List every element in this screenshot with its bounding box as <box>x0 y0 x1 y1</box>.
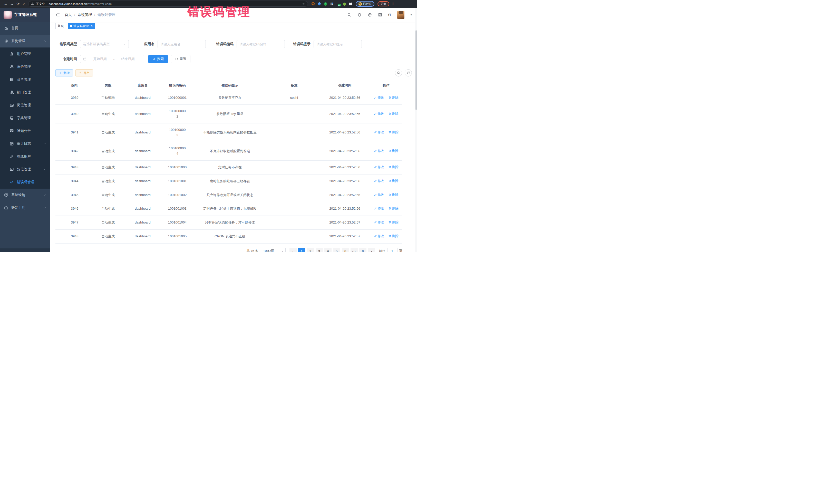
scrollbar-thumb[interactable] <box>415 30 417 110</box>
sidebar-fold-icon[interactable] <box>56 13 60 17</box>
page-button[interactable]: 2 <box>307 248 314 252</box>
sidebar-item-menus[interactable]: 菜单管理 <box>0 73 50 86</box>
sidebar-item-notices[interactable]: 通知公告 <box>0 125 50 137</box>
goto-page-input[interactable] <box>387 248 397 252</box>
sidebar-item-roles[interactable]: 角色管理 <box>0 60 50 73</box>
page-button[interactable]: 4 <box>324 248 332 252</box>
sidebar-item-error-code[interactable]: 错误码管理 <box>0 176 50 189</box>
page-button[interactable]: 3 <box>316 248 323 252</box>
error-code-input[interactable] <box>239 42 282 46</box>
tag-home[interactable]: 首页 <box>56 23 66 29</box>
sidebar-collapse-strip[interactable] <box>0 248 50 252</box>
extension-icon[interactable] <box>311 2 314 5</box>
delete-link[interactable]: 删除 <box>388 178 398 183</box>
search-button[interactable]: 搜索 <box>148 55 168 63</box>
back-icon[interactable]: ← <box>3 0 9 8</box>
close-icon[interactable]: × <box>91 24 93 28</box>
delete-link[interactable]: 删除 <box>388 192 398 197</box>
dashboard-icon <box>4 26 8 30</box>
reload-icon[interactable]: ⟳ <box>15 0 21 8</box>
sidebar-item-online-users[interactable]: 在线用户 <box>0 150 50 163</box>
app-logo[interactable]: 芋道管理系统 <box>0 8 50 22</box>
profile-paused-chip[interactable]: 已暂停 <box>356 1 374 7</box>
edit-link[interactable]: 修改 <box>374 220 384 225</box>
sidebar-item-sms[interactable]: 短信管理 <box>0 163 50 176</box>
delete-link[interactable]: 删除 <box>388 95 398 100</box>
column-header: 类型 <box>94 80 122 91</box>
edit-link[interactable]: 修改 <box>374 130 384 135</box>
sidebar-item-posts[interactable]: 岗位管理 <box>0 99 50 112</box>
sidebar-item-home[interactable]: 首页 <box>0 22 50 35</box>
extension-icon[interactable]: on <box>337 3 340 5</box>
show-search-button[interactable] <box>395 69 402 76</box>
avatar[interactable] <box>397 11 404 19</box>
edit-link[interactable]: 修改 <box>374 111 384 116</box>
forward-icon[interactable]: → <box>9 0 15 8</box>
avatar-caret-icon[interactable]: ▾ <box>411 13 412 16</box>
trash-icon <box>388 221 391 224</box>
refresh-table-button[interactable] <box>405 69 412 76</box>
trash-icon <box>388 179 391 182</box>
home-icon[interactable]: ⌂ <box>21 0 27 8</box>
extension-icon[interactable] <box>343 2 347 6</box>
extension-icon[interactable]: ✓ <box>324 2 327 6</box>
header-actions: tT ▾ <box>347 11 412 19</box>
next-page-button[interactable]: › <box>368 248 375 252</box>
delete-link[interactable]: 删除 <box>388 111 398 116</box>
sidebar-item-system[interactable]: 系统管理 <box>0 35 50 47</box>
browser-update-button[interactable]: 更新 <box>377 1 389 6</box>
edit-link[interactable]: 修改 <box>374 148 384 153</box>
delete-link[interactable]: 删除 <box>388 206 398 211</box>
sidebar-item-departments[interactable]: 部门管理 <box>0 86 50 99</box>
page-button[interactable]: 5 <box>333 248 340 252</box>
search-icon[interactable] <box>347 13 351 17</box>
prev-page-button[interactable]: ‹ <box>289 248 297 252</box>
bookmark-star-icon[interactable]: ☆ <box>302 2 305 6</box>
extension-on-badge: on <box>338 4 341 6</box>
extension-icon[interactable] <box>331 3 333 5</box>
sidebar-item-infrastructure[interactable]: 基础设施 <box>0 189 50 201</box>
breadcrumb-item[interactable]: 系统管理 <box>78 13 92 17</box>
puzzle-extensions-icon[interactable] <box>349 3 352 5</box>
delete-link[interactable]: 删除 <box>388 130 398 135</box>
delete-link[interactable]: 删除 <box>388 220 398 225</box>
fullscreen-icon[interactable] <box>378 13 382 17</box>
delete-link[interactable]: 删除 <box>388 165 398 170</box>
font-size-icon[interactable]: tT <box>388 13 391 17</box>
cell-error-code: 1001001005 <box>163 230 192 243</box>
cell-created-time: 2021-04-20 23:52:56 <box>320 142 370 161</box>
page-button[interactable]: 8 <box>359 248 367 252</box>
sidebar-item-users[interactable]: 用户管理 <box>0 47 50 60</box>
search-icon <box>152 58 155 61</box>
sidebar-item-audit-log[interactable]: 审计日志 <box>0 137 50 150</box>
error-message-input[interactable] <box>316 42 359 46</box>
page-button[interactable]: 1 <box>298 248 305 252</box>
address-bar[interactable]: 不安全 dashboard.yudao.iocoder.cn/system/er… <box>28 1 308 7</box>
edit-link[interactable]: 修改 <box>374 206 384 211</box>
app-name-input[interactable] <box>160 42 203 46</box>
browser-menu-icon[interactable]: ⋮ <box>391 0 395 8</box>
delete-link[interactable]: 删除 <box>388 234 398 239</box>
sidebar-item-dict[interactable]: 字典管理 <box>0 112 50 125</box>
sidebar-item-dev-tools[interactable]: 研发工具 <box>0 201 50 214</box>
breadcrumb-item[interactable]: 首页 <box>65 13 72 17</box>
export-button[interactable]: 导出 <box>75 69 93 76</box>
tag-error-code[interactable]: 错误码管理 × <box>68 23 95 29</box>
page-button[interactable]: 6 <box>342 248 349 252</box>
page-size-select[interactable]: 10条/页 ▾ <box>261 248 286 252</box>
edit-link[interactable]: 修改 <box>374 192 384 197</box>
extension-icon[interactable] <box>317 2 321 6</box>
edit-link[interactable]: 修改 <box>374 95 384 100</box>
page-ellipsis[interactable]: ··· <box>351 248 358 252</box>
edit-link[interactable]: 修改 <box>374 234 384 239</box>
reset-button[interactable]: 重置 <box>171 55 191 63</box>
delete-link[interactable]: 删除 <box>388 148 398 153</box>
edit-link[interactable]: 修改 <box>374 178 384 183</box>
help-icon[interactable] <box>368 13 372 17</box>
add-button[interactable]: 新增 <box>56 69 73 76</box>
window-scrollbar[interactable] <box>415 8 417 252</box>
error-type-select[interactable]: 请选择错误码类型 <box>80 40 129 48</box>
edit-link[interactable]: 修改 <box>374 165 384 170</box>
github-icon[interactable] <box>357 13 361 17</box>
date-range-picker[interactable]: 开始日期 - 结束日期 <box>80 55 144 63</box>
